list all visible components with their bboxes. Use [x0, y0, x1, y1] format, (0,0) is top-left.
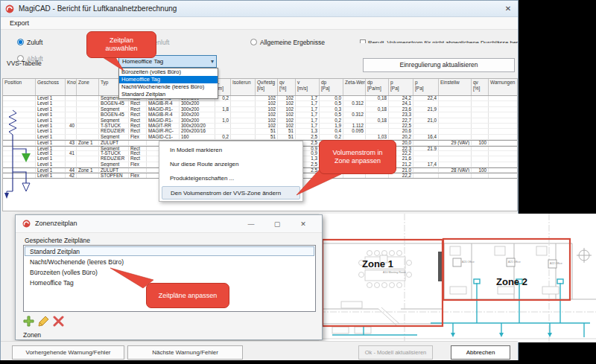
table-cell: Rect [129, 101, 147, 106]
floorplan-svg: Zone 1 Zone 2 A10 Meeting Room A20 Offic… [319, 214, 596, 342]
context-menu: In Modell markieren Nur diese Route anze… [159, 141, 303, 202]
radio-abluft[interactable]: Abluft [17, 51, 43, 60]
checkbox-icon[interactable] [360, 39, 366, 43]
table-cell [77, 101, 99, 106]
close-icon[interactable]: ✕ [501, 3, 515, 14]
table-cell [439, 147, 472, 150]
menu-bar: Export [1, 17, 518, 30]
column-header: p[Pa] [389, 79, 413, 95]
table-cell: MAGID-C1- [147, 135, 180, 139]
table-cell: T-STÜCK [99, 151, 129, 156]
menu-item-volumenstrom-aendern[interactable]: Den Volumenstrom der VVS-Zone ändern [162, 186, 300, 199]
delete-schedule-icon[interactable] [53, 316, 64, 327]
route-branch-line [13, 172, 26, 183]
table-cell: 0,5 [320, 101, 343, 106]
office-label: A21 Office [508, 261, 521, 264]
table-cell: 22,2 [389, 173, 413, 177]
minimize-icon[interactable]: — [243, 219, 259, 229]
dropdown-option[interactable]: Nacht/Wochenende (leeres Büro) [119, 83, 218, 91]
table-row[interactable]: Level 1SegmentRectMAGID-R1-300x2001,0102… [3, 118, 517, 124]
table-cell [77, 135, 99, 139]
edit-schedule-icon[interactable] [38, 316, 49, 327]
table-cell [489, 173, 518, 177]
table-cell: Rect [129, 156, 147, 161]
table-cell: MAGID-R1- [147, 107, 180, 112]
dropdown-option[interactable]: Standard Zeitplan [119, 91, 218, 98]
result-volumenstrom-checkbox-row[interactable]: Result. Volumenstrom für nicht abgeglich… [360, 34, 518, 43]
table-cell: 102 [256, 101, 278, 106]
dropdown-option-selected[interactable]: Homeoffice Tag [119, 76, 218, 83]
table-row[interactable]: Level 1SegmentRectMAGID-R1-300x2001,8102… [3, 107, 517, 112]
table-cell: ZULUFT [99, 141, 129, 144]
maximize-icon[interactable]: ▢ [269, 219, 285, 229]
radio-allgemeine-ergebnisse[interactable]: Allgemeine Ergebnisse [250, 34, 325, 43]
table-cell [77, 173, 99, 177]
saved-schedules-label: Gespeicherte Zeitpläne [25, 237, 90, 244]
zone1-boundary[interactable] [323, 240, 443, 326]
next-warning-button[interactable]: Nächste Warnung/Fehler [127, 345, 243, 360]
table-cell [439, 173, 472, 177]
zonenzeitplan-dialog: Zonenzeitplan — ▢ ✕ Gespeicherte Zeitplä… [15, 214, 323, 340]
table-cell [343, 118, 366, 123]
table-cell [489, 156, 518, 161]
table-cell [231, 96, 256, 100]
add-schedule-icon[interactable] [23, 316, 34, 327]
table-cell [413, 129, 439, 133]
table-cell [77, 112, 99, 117]
floorplan-image: Zone 1 Zone 2 A10 Meeting Room A20 Offic… [319, 214, 596, 342]
table-cell: Level 1 [36, 118, 66, 123]
table-row[interactable]: Level 1REDUZIERRectMAGIR-RC-200x200/1651… [3, 129, 517, 134]
close-icon[interactable]: ✕ [295, 219, 311, 229]
column-header: Geschoss [36, 79, 66, 95]
table-row[interactable]: Level 1SegmentFlexMAGID-C1-1600,251512,5… [3, 135, 517, 140]
table-cell: Level 1 [36, 129, 66, 133]
dropdown-option[interactable]: Bürozeiten (volles Büro) [119, 68, 218, 76]
table-cell: Level 1 [36, 107, 66, 112]
table-cell: 1,9 [320, 124, 343, 128]
table-row[interactable]: Level 1SegmentRectMAGID-R1-300x2000,2102… [3, 96, 517, 101]
schedule-list-item[interactable]: Bürozeiten (volles Büro) [25, 267, 314, 277]
table-cell [413, 101, 439, 106]
table-cell [66, 101, 77, 106]
chevron-down-icon[interactable]: ▾ [211, 56, 214, 67]
schedule-list-item-selected[interactable]: Standard Zeitplan [25, 246, 314, 256]
table-cell [215, 112, 231, 117]
table-cell: 1,7 [296, 112, 320, 117]
table-cell [413, 124, 439, 128]
window-titlebar[interactable]: MagiCAD - Bericht für Luftkanalnetzberec… [1, 1, 518, 17]
table-cell [66, 156, 77, 161]
table-cell [215, 124, 231, 128]
table-cell [413, 141, 439, 144]
table-cell: Zone 1 [77, 141, 99, 144]
table-cell [472, 147, 489, 150]
menu-item-produkteigenschaften[interactable]: Produkteigenschaften ... [162, 172, 300, 185]
menu-item-in-modell-markieren[interactable]: In Modell markieren [162, 144, 300, 157]
table-row[interactable]: Level 1BOGEN-45RectMAGIB-R-4300x20010210… [3, 101, 517, 106]
table-cell [439, 112, 472, 117]
desktop-background: { "colors": { "accent": "#0078d7", "call… [0, 0, 596, 364]
column-header: Einstellw [439, 79, 472, 95]
menu-export[interactable]: Export [7, 19, 32, 28]
table-row[interactable]: Level 1BOGEN-45RectMAGIB-R-4300x20010210… [3, 112, 517, 118]
ok-update-model-button[interactable]: Ok - Modell aktualisieren [358, 345, 433, 360]
schedule-list-item[interactable]: Nacht/Wochenende (leeres Büro) [25, 257, 314, 266]
door-marker [438, 252, 442, 281]
table-cell: 102 [256, 107, 278, 112]
table-cell: 102 [278, 101, 296, 106]
table-cell: Rect [129, 124, 147, 128]
magicad-logo-icon [5, 4, 14, 13]
previous-warning-button[interactable]: Vorhergehende Warnung/Fehler [12, 345, 124, 360]
radio-zuluft[interactable]: Zuluft [17, 34, 42, 43]
einregulierung-aktualisieren-button[interactable]: Einregulierung aktualisieren [363, 58, 515, 72]
table-cell: 29 (VAV) [439, 141, 472, 144]
menu-item-nur-diese-route[interactable]: Nur diese Route anzeigen [162, 158, 300, 171]
dialog-titlebar[interactable]: Zonenzeitplan — ▢ ✕ [16, 215, 322, 233]
table-cell: ZULUFT [99, 168, 129, 172]
table-cell: 1,7 [296, 118, 320, 123]
cancel-button[interactable]: Abbrechen [451, 345, 510, 360]
table-row[interactable]: Level 140T-STÜCKRectMAGIT-RR300x200/2010… [3, 124, 517, 129]
table-cell [77, 124, 99, 128]
table-cell [439, 96, 472, 100]
column-header: dp[Pa/m] [366, 79, 389, 95]
callout-adjust-flow: Volumenstrom in Zone anpassen [319, 140, 396, 174]
